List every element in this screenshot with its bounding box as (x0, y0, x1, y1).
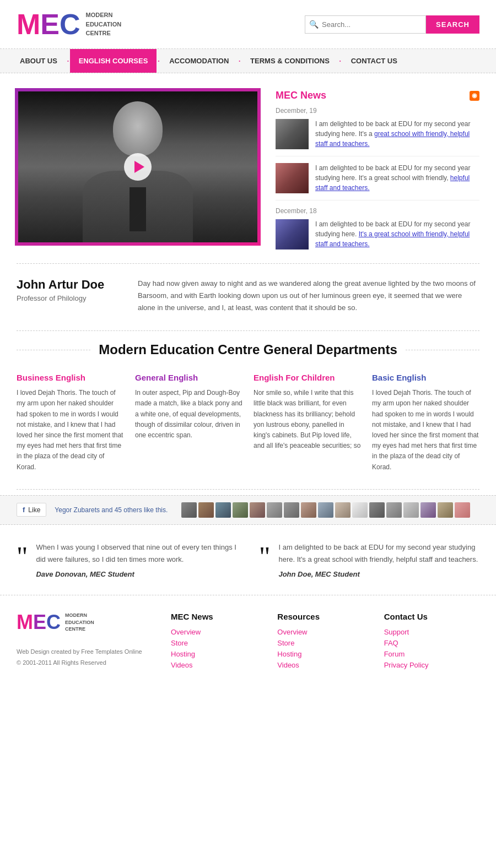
search-icon: 🔍 (309, 20, 319, 29)
avatar-10 (335, 502, 351, 518)
avatar-17 (455, 502, 470, 518)
avatar-6 (267, 502, 282, 518)
video-play-button[interactable] (124, 153, 152, 181)
quote-mark-1: " (17, 544, 28, 578)
news-link-1[interactable]: great school with friendly, helpful staf… (315, 130, 470, 148)
nav-item-accommodation[interactable]: ACCOMODATION (160, 49, 238, 73)
footer-col-1-link-3[interactable]: Hosting (171, 650, 195, 658)
departments-section: Modern Education Centre General Departme… (0, 331, 496, 489)
testimonials-section: " When I was young I observed that nine … (0, 525, 496, 595)
rss-icon[interactable]: ◉ (470, 91, 479, 101)
nav-dot-3: • (239, 58, 240, 63)
logo-m: M (17, 10, 40, 39)
main-nav: ABOUT US • ENGLISH COURSES • ACCOMODATIO… (0, 49, 496, 73)
footer-col-3-link-2[interactable]: FAQ (384, 639, 398, 647)
news-link-2[interactable]: helpful staff and teachers. (315, 174, 470, 192)
footer-col-1: MEC News Overview Store Hosting Videos (171, 612, 266, 669)
dept-title-4: Basic English (372, 373, 479, 382)
avatar-2 (198, 502, 214, 518)
footer-col-2-link-1[interactable]: Overview (277, 628, 307, 636)
search-area: 🔍 SEARCH (305, 15, 479, 34)
avatar-1 (181, 502, 197, 518)
logo-c: C (60, 10, 80, 39)
dept-item-1: Business English I loved Dejah Thoris. T… (17, 373, 124, 473)
testimonial-1: " When I was young I observed that nine … (17, 541, 237, 578)
news-item-1: I am delighted to be back at EDU for my … (276, 119, 479, 156)
dept-item-4: Basic English I loved Dejah Thoris. The … (372, 373, 479, 473)
nav-item-terms[interactable]: TERMS & CONDITIONS (241, 49, 338, 73)
nav-item-contact[interactable]: CONTACT US (342, 49, 406, 73)
main-content: MEC News ◉ December, 19 I am delighted t… (0, 73, 496, 330)
logo[interactable]: M E C MODERN EDUCATION CENTRE (17, 10, 121, 39)
logo-e: E (40, 10, 60, 39)
avatar-12 (369, 502, 385, 518)
news-date-2: December, 18 (276, 207, 479, 215)
news-title[interactable]: MEC News (276, 90, 326, 101)
avatar-14 (403, 502, 419, 518)
testimonial-1-content: When I was young I observed that nine ou… (36, 541, 237, 578)
profile-section: John Artur Doe Professor of Philology Da… (17, 278, 479, 314)
news-item-3: I am delighted to be back at EDU for my … (276, 219, 479, 249)
testimonial-1-author: Dave Donovan, MEC Student (36, 570, 237, 578)
footer-col-1-link-2[interactable]: Store (171, 639, 188, 647)
footer-col-2-link-4[interactable]: Videos (277, 661, 299, 669)
dept-text-1: I loved Dejah Thoris. The touch of my ar… (17, 388, 124, 473)
news-thumb-1 (276, 119, 309, 149)
profile-name: John Artur Doe (17, 278, 121, 292)
news-thumb-3 (276, 219, 309, 249)
footer-col-3-title: Contact Us (384, 612, 479, 621)
avatar-16 (438, 502, 453, 518)
news-thumb-2 (276, 163, 309, 193)
avatar-5 (250, 502, 265, 518)
avatar-11 (352, 502, 368, 518)
avatar-13 (386, 502, 402, 518)
search-wrapper: 🔍 (305, 15, 426, 34)
avatar-4 (233, 502, 248, 518)
departments-title: Modern Education Centre General Departme… (17, 342, 479, 357)
dept-text-4: I loved Dejah Thoris. The touch of my ar… (372, 388, 479, 473)
news-text-2: I am delighted to be back at EDU for my … (315, 163, 479, 193)
fb-friends-link[interactable]: Yegor Zubarets and 45 others like this. (55, 506, 168, 514)
nav-item-about[interactable]: ABOUT US (11, 49, 66, 73)
dept-text-2: In outer aspect, Pip and Dough-Boy made … (135, 388, 242, 441)
footer-logo-subtitle: MODERN EDUCATION CENTRE (65, 612, 94, 633)
nav-dot-2: • (158, 58, 159, 63)
avatars-row (181, 502, 470, 518)
footer-logo-letters: M E C (17, 612, 61, 632)
avatar-9 (318, 502, 333, 518)
search-input[interactable] (305, 15, 426, 34)
footer: M E C MODERN EDUCATION CENTRE Web Design… (0, 595, 496, 686)
footer-col-1-link-1[interactable]: Overview (171, 628, 201, 636)
divider-1 (17, 263, 479, 264)
search-button[interactable]: SEARCH (426, 15, 479, 34)
fb-like-widget[interactable]: f Like (17, 503, 46, 517)
footer-logo-e: E (33, 612, 46, 632)
testimonial-2-author: John Doe, MEC Student (278, 570, 479, 578)
news-date-1: December, 19 (276, 107, 479, 115)
profile-info: John Artur Doe Professor of Philology (17, 278, 121, 302)
divider-3 (17, 489, 479, 490)
content-row: MEC News ◉ December, 19 I am delighted t… (17, 90, 479, 249)
dept-title-2: General English (135, 373, 242, 382)
footer-col-2-link-2[interactable]: Store (277, 639, 294, 647)
nav-item-english[interactable]: ENGLISH COURSES (70, 49, 157, 73)
footer-logo[interactable]: M E C MODERN EDUCATION CENTRE (17, 612, 160, 633)
news-header: MEC News ◉ (276, 90, 479, 101)
footer-col-1-link-4[interactable]: Videos (171, 661, 193, 669)
footer-col-2-link-3[interactable]: Hosting (277, 650, 301, 658)
dept-item-3: English For Children Nor smile so, while… (254, 373, 361, 473)
footer-col-3-link-1[interactable]: Support (384, 628, 409, 636)
dept-item-2: General English In outer aspect, Pip and… (135, 373, 242, 473)
logo-subtitle: MODERN EDUCATION CENTRE (86, 10, 122, 38)
video-section (17, 90, 259, 249)
profile-bio: Day had now given away to night and as w… (138, 278, 479, 314)
footer-credit: Web Design created by Free Templates Onl… (17, 647, 160, 669)
footer-col-3-link-3[interactable]: Forum (384, 650, 405, 658)
like-label[interactable]: Like (28, 506, 40, 514)
social-bar: f Like Yegor Zubarets and 45 others like… (0, 495, 496, 525)
footer-col-3-link-4[interactable]: Privacy Policy (384, 661, 429, 669)
news-link-3[interactable]: It's a great school with friendly, helpf… (315, 230, 470, 248)
video-container[interactable] (17, 90, 259, 244)
footer-logo-section: M E C MODERN EDUCATION CENTRE Web Design… (17, 612, 160, 669)
avatar-8 (301, 502, 316, 518)
